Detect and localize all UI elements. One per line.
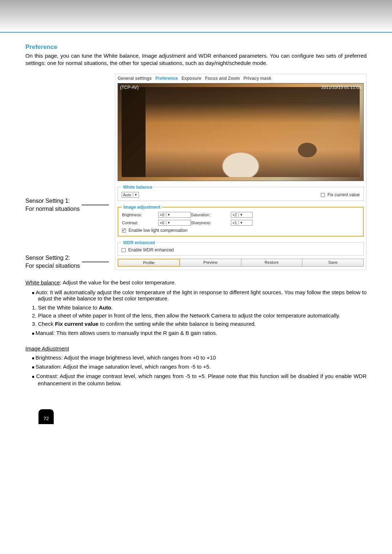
low-light-row[interactable]: Enable low light compensation	[122, 228, 359, 233]
fix-current-value-label: Fix current value	[327, 192, 360, 197]
fix-current-value-checkbox[interactable]	[321, 193, 325, 197]
restore-button[interactable]: Restore	[241, 259, 303, 267]
brightness-bullet: Brightness: Adjust the image brightness …	[32, 354, 367, 361]
chevron-down-icon: ▼	[166, 213, 171, 217]
brightness-select[interactable]: +0▼	[158, 212, 191, 218]
video-scene	[122, 87, 360, 177]
wdr-group: WDR enhanced Enable WDR enhanced	[118, 240, 364, 256]
tab-bar: General settings Preference Exposure Foc…	[118, 76, 364, 81]
side-labels: Sensor Setting 1: For normal situations …	[25, 74, 109, 270]
saturation-bullet: Saturation: Adjust the image saturation …	[32, 364, 367, 370]
low-light-checkbox[interactable]	[122, 229, 126, 233]
step-3: 3. Check Fix current value to confirm th…	[32, 321, 367, 327]
white-balance-term: White balance	[25, 279, 60, 286]
step-1: 1. Set the White balance to Auto.	[32, 304, 367, 311]
image-adjustment-heading: Image Adjustment	[25, 345, 367, 352]
white-balance-value: Auto	[123, 193, 131, 197]
wdr-label: Enable WDR enhanced	[128, 247, 173, 253]
saturation-select[interactable]: +2▼	[231, 212, 253, 218]
save-button[interactable]: Save	[302, 259, 364, 267]
sensor-setting-2-title: Sensor Setting 2:	[25, 254, 80, 262]
auto-bullet: Auto: It will automatically adjust the c…	[32, 289, 367, 301]
contrast-bullet: Contrast: Adjust the image contrast leve…	[32, 373, 367, 387]
preview-button[interactable]: Preview	[180, 259, 241, 267]
step-2: 2. Place a sheet of white paper in front…	[32, 312, 367, 319]
fix-current-value-option[interactable]: Fix current value	[321, 192, 360, 197]
tab-preference[interactable]: Preference	[155, 76, 178, 81]
settings-panel: General settings Preference Exposure Foc…	[115, 74, 367, 270]
callout-line-1	[82, 205, 109, 205]
tab-focus-zoom[interactable]: Focus and Zoom	[205, 76, 240, 81]
sensor-setting-1-sub: For normal situations	[25, 205, 79, 213]
section-title: Preference	[25, 44, 367, 51]
white-balance-group: White balance Auto ▼ Fix current value	[118, 185, 364, 201]
tab-general-settings[interactable]: General settings	[118, 76, 152, 81]
button-bar: Profile Preview Restore Save	[118, 259, 364, 267]
intro-paragraph: On this page, you can tune the White bal…	[25, 52, 367, 67]
page-header-gradient	[0, 0, 392, 33]
image-adjustment-group: Image adjustment Brightness: +0▼ Saturat…	[118, 205, 364, 237]
wdr-checkbox[interactable]	[122, 248, 126, 252]
white-balance-legend: White balance	[122, 185, 154, 190]
manual-bullet: Manual: This item allows users to manual…	[32, 330, 367, 336]
contrast-label: Contrast:	[122, 221, 158, 225]
sharpness-select[interactable]: +1▼	[231, 220, 253, 226]
white-balance-select[interactable]: Auto ▼	[122, 192, 139, 198]
sensor-setting-1-title: Sensor Setting 1:	[25, 197, 79, 205]
sharpness-label: Sharpness:	[191, 221, 231, 225]
video-timestamp: 2011/10/15 01:11:03	[321, 85, 361, 90]
image-adjustment-legend: Image adjustment	[122, 205, 162, 210]
video-preview: (TCP-AV) 2011/10/15 01:11:03	[118, 83, 364, 181]
wdr-row[interactable]: Enable WDR enhanced	[122, 247, 360, 253]
video-device-label: (TCP-AV)	[120, 85, 139, 90]
chevron-down-icon: ▼	[166, 221, 171, 225]
chevron-down-icon: ▼	[238, 213, 243, 217]
page-number: 72	[38, 409, 54, 424]
sensor-setting-2-sub: For special situations	[25, 262, 80, 270]
saturation-label: Saturation:	[191, 213, 231, 217]
white-balance-desc: White balance: Adjust the value for the …	[25, 279, 367, 286]
low-light-label: Enable low light compensation	[128, 228, 187, 233]
profile-button[interactable]: Profile	[118, 259, 180, 267]
callout-line-2	[82, 262, 109, 262]
chevron-down-icon: ▼	[133, 193, 138, 197]
chevron-down-icon: ▼	[238, 221, 243, 225]
brightness-label: Brightness:	[122, 213, 158, 217]
page-content: Preference On this page, you can tune th…	[25, 33, 367, 446]
wdr-legend: WDR enhanced	[122, 240, 156, 245]
contrast-select[interactable]: +0▼	[158, 220, 191, 226]
tab-exposure[interactable]: Exposure	[181, 76, 201, 81]
tab-privacy-mask[interactable]: Privacy mask	[244, 76, 271, 81]
